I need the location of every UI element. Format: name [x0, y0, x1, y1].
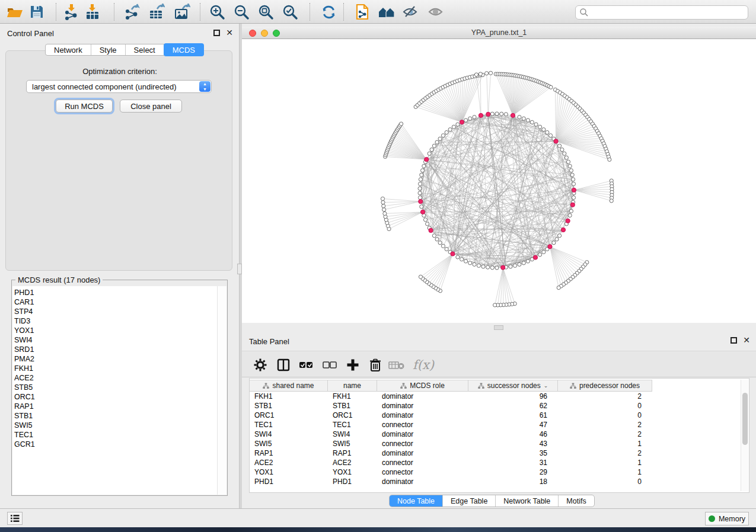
zoom-fit-button[interactable] [256, 2, 276, 21]
table-row[interactable]: FKH1FKH1dominator962 [250, 392, 652, 401]
tab-network-table[interactable]: Network Table [496, 495, 559, 507]
cell-name[interactable]: SWI4 [328, 430, 377, 439]
show-panels-menu-button[interactable] [7, 512, 23, 525]
cell-shared-name[interactable]: YOX1 [250, 467, 328, 477]
delete-table-button[interactable] [388, 356, 406, 374]
import-table-button[interactable] [82, 2, 103, 21]
export-network-button[interactable] [122, 2, 142, 21]
cell-successor-nodes[interactable]: 61 [468, 411, 558, 420]
mcds-result-item[interactable]: PHD1 [14, 288, 227, 297]
tab-select[interactable]: Select [126, 44, 164, 55]
mcds-result-item[interactable]: SWI5 [14, 421, 227, 430]
cell-shared-name[interactable]: SWI4 [250, 430, 328, 439]
cell-shared-name[interactable]: TEC1 [250, 420, 328, 430]
mcds-result-item[interactable]: TID3 [14, 316, 227, 326]
apply-layout-button[interactable] [318, 2, 339, 21]
cell-MCDS-role[interactable]: dominator [377, 392, 468, 401]
cell-name[interactable]: SWI5 [328, 439, 377, 448]
table-row[interactable]: RAP1RAP1dominator352 [250, 448, 652, 458]
cell-predecessor-nodes[interactable]: 0 [558, 477, 652, 486]
run-mcds-button[interactable]: Run MCDS [56, 100, 113, 113]
cell-MCDS-role[interactable]: connector [377, 439, 468, 448]
cell-shared-name[interactable]: SWI5 [250, 439, 328, 448]
select-all-rows-button[interactable] [297, 356, 315, 374]
cell-successor-nodes[interactable]: 62 [468, 401, 558, 411]
cell-predecessor-nodes[interactable]: 1 [558, 467, 652, 477]
mcds-result-item[interactable]: GCR1 [14, 440, 227, 449]
table-scrollbar[interactable] [741, 380, 748, 491]
mcds-result-item[interactable]: YOX1 [14, 326, 227, 335]
table-row[interactable]: PHD1PHD1dominator180 [250, 477, 652, 486]
tab-mcds[interactable]: MCDS [164, 43, 204, 56]
mcds-list-scrollbar[interactable] [217, 286, 227, 495]
add-column-button[interactable] [344, 356, 362, 374]
cell-successor-nodes[interactable]: 29 [468, 467, 558, 477]
table-row[interactable]: SWI4SWI4dominator462 [250, 430, 652, 439]
cell-shared-name[interactable]: ACE2 [250, 458, 328, 467]
cell-MCDS-role[interactable]: connector [377, 420, 468, 430]
column-header-MCDS-role[interactable]: MCDS role [377, 380, 468, 392]
horizontal-splitter-grip[interactable] [494, 325, 503, 330]
cell-name[interactable]: RAP1 [328, 448, 377, 458]
float-panel-icon[interactable] [731, 337, 737, 344]
table-row[interactable]: STB1STB1dominator620 [250, 401, 652, 411]
tab-motifs[interactable]: Motifs [559, 495, 594, 507]
column-header-shared-name[interactable]: shared name [250, 380, 328, 392]
cell-MCDS-role[interactable]: dominator [377, 430, 468, 439]
open-session-button[interactable] [5, 2, 25, 21]
cell-predecessor-nodes[interactable]: 0 [558, 411, 652, 420]
mcds-result-item[interactable]: STP4 [14, 307, 227, 316]
cell-MCDS-role[interactable]: dominator [377, 477, 468, 486]
table-row[interactable]: YOX1YOX1connector291 [250, 467, 652, 477]
cell-name[interactable]: PHD1 [328, 477, 377, 486]
vertical-splitter-grip[interactable] [237, 264, 242, 274]
cell-successor-nodes[interactable]: 35 [468, 448, 558, 458]
table-scrollbar-thumb[interactable] [742, 393, 748, 445]
column-header-predecessor-nodes[interactable]: predecessor nodes [558, 380, 652, 392]
deselect-all-rows-button[interactable] [321, 356, 339, 374]
search-input[interactable] [589, 8, 748, 17]
window-zoom-traffic-light[interactable] [273, 30, 280, 37]
zoom-out-button[interactable] [231, 2, 251, 21]
function-builder-button[interactable]: f(x) [410, 356, 436, 374]
mcds-result-item[interactable]: TEC1 [14, 430, 227, 440]
cell-shared-name[interactable]: STB1 [250, 401, 328, 411]
close-panel-button[interactable]: Close panel [120, 100, 182, 113]
optimization-criterion-select[interactable]: largest connected component (undirected)… [26, 80, 212, 93]
cell-MCDS-role[interactable]: connector [377, 467, 468, 477]
delete-columns-button[interactable] [366, 356, 384, 374]
search-field[interactable] [575, 5, 748, 20]
cell-name[interactable]: FKH1 [328, 392, 377, 401]
cell-shared-name[interactable]: FKH1 [250, 392, 328, 401]
cell-predecessor-nodes[interactable]: 2 [558, 430, 652, 439]
network-window-titlebar[interactable]: YPA_prune.txt_1 [242, 27, 756, 39]
cell-predecessor-nodes[interactable]: 0 [558, 401, 652, 411]
close-panel-icon[interactable]: ✕ [226, 30, 233, 36]
close-panel-icon[interactable]: ✕ [743, 337, 750, 344]
cell-shared-name[interactable]: RAP1 [250, 448, 328, 458]
tab-node-table[interactable]: Node Table [390, 495, 443, 507]
network-canvas[interactable] [242, 39, 756, 323]
tab-edge-table[interactable]: Edge Table [443, 495, 496, 507]
window-close-traffic-light[interactable] [249, 30, 256, 37]
mcds-result-item[interactable]: SRD1 [14, 345, 227, 354]
table-row[interactable]: TEC1TEC1connector472 [250, 420, 652, 430]
mcds-result-item[interactable]: ACE2 [14, 373, 227, 383]
cell-name[interactable]: STB1 [328, 401, 377, 411]
column-header-name[interactable]: name [328, 380, 377, 392]
mcds-result-item[interactable]: FKH1 [14, 364, 227, 373]
cell-name[interactable]: YOX1 [328, 467, 377, 477]
zoom-selected-button[interactable] [280, 2, 300, 21]
tab-network[interactable]: Network [46, 44, 91, 55]
export-table-button[interactable] [146, 2, 167, 21]
show-columns-button[interactable] [275, 356, 292, 374]
window-minimize-traffic-light[interactable] [261, 30, 268, 37]
memory-button[interactable]: Memory [705, 512, 749, 525]
cell-successor-nodes[interactable]: 31 [468, 458, 558, 467]
hide-selected-button[interactable] [400, 2, 420, 21]
cell-MCDS-role[interactable]: dominator [377, 448, 468, 458]
mcds-result-list[interactable]: PHD1CAR1STP4TID3YOX1SWI4SRD1PMA2FKH1ACE2… [12, 286, 227, 495]
table-row[interactable]: SWI5SWI5connector431 [250, 439, 652, 448]
cell-predecessor-nodes[interactable]: 1 [558, 458, 652, 467]
network-graph[interactable] [242, 39, 756, 323]
